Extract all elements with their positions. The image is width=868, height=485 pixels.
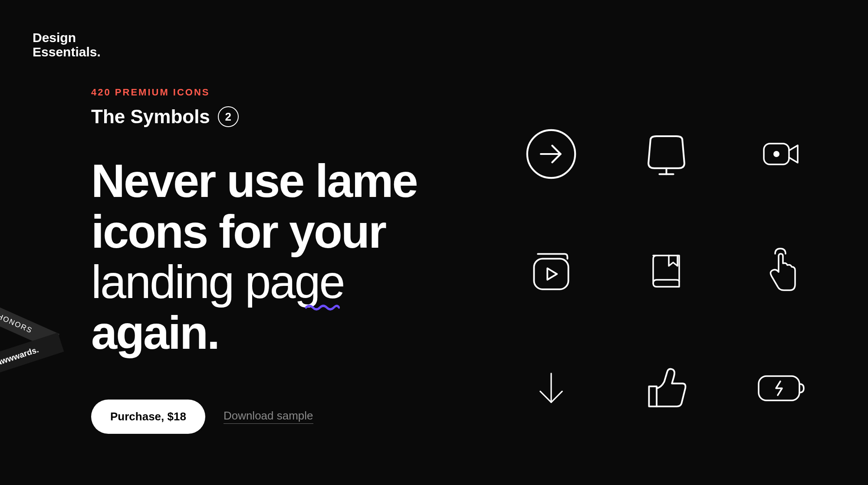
squiggle-underline-icon — [305, 303, 340, 311]
arrow-right-circle-icon — [525, 128, 577, 180]
subtitle-row: The Symbols 2 — [91, 106, 417, 128]
cta-row: Purchase, $18 Download sample — [91, 400, 417, 434]
awards-badge[interactable]: HONORS awwwards. — [0, 304, 65, 373]
svg-point-5 — [773, 151, 779, 157]
headline-line-2: icons for your — [91, 206, 417, 257]
hero-content: 420 PREMIUM ICONS The Symbols 2 Never us… — [91, 87, 417, 434]
battery-charging-icon — [755, 362, 807, 414]
product-subtitle: The Symbols — [91, 106, 210, 128]
download-sample-link[interactable]: Download sample — [224, 409, 313, 424]
headline-line-4: again. — [91, 308, 417, 358]
eyebrow-text: 420 PREMIUM ICONS — [91, 87, 417, 98]
arrow-down-icon — [525, 362, 577, 414]
monitor-icon — [640, 128, 692, 180]
version-badge: 2 — [218, 106, 239, 127]
headline-line-3: landing page — [91, 257, 344, 308]
purchase-button[interactable]: Purchase, $18 — [91, 400, 205, 434]
tap-finger-icon — [755, 245, 807, 297]
video-camera-icon — [755, 128, 807, 180]
headline: Never use lame icons for your landing pa… — [91, 156, 417, 358]
thumbs-up-icon — [640, 362, 692, 414]
headline-line-1: Never use lame — [91, 156, 417, 206]
bookmark-book-icon — [640, 245, 692, 297]
logo-line-1: Design — [33, 30, 101, 45]
brand-logo[interactable]: Design Essentials. — [33, 30, 101, 59]
svg-marker-7 — [547, 268, 557, 279]
svg-rect-6 — [534, 259, 568, 289]
icon-showcase-grid — [525, 128, 807, 414]
logo-line-2: Essentials. — [33, 45, 101, 59]
play-stack-icon — [525, 245, 577, 297]
